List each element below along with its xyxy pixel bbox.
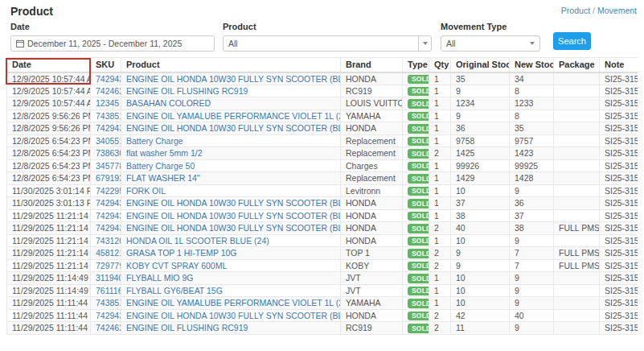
date-range-value: December 11, 2025 - December 11, 2025 <box>27 39 182 48</box>
sku-link[interactable]: 742943 <box>96 123 121 133</box>
table-row: 11/29/2025 11:11:44 PM742943ENGINE OIL H… <box>7 309 638 322</box>
product-link[interactable]: ENGINE OIL HONDA 10W30 FULLY SYN SCOOTER… <box>126 311 341 320</box>
sku-link[interactable]: 761116 <box>96 286 121 295</box>
breadcrumb-link-movement[interactable]: Movement <box>597 6 637 15</box>
cell-type: SOLD <box>403 147 429 160</box>
sku-link[interactable]: 340551 <box>96 136 121 146</box>
product-select[interactable]: All <box>223 35 432 52</box>
product-link[interactable]: ENGINE OIL HONDA 10W30 FULLY SYN SCOOTER… <box>126 123 341 133</box>
cell-sku: 742943 <box>91 197 121 210</box>
sku-link[interactable]: 345778 <box>96 161 121 171</box>
sku-link[interactable]: 458121 <box>96 248 121 258</box>
cell-product: ENGINE OIL YAMALUBE PERFORMANCE VIOLET 1… <box>121 109 341 122</box>
sku-link[interactable]: 12345 <box>96 98 119 108</box>
cell-original-stock: 42 <box>451 309 510 322</box>
cell-brand: HONDA <box>341 197 403 210</box>
chevron-down-icon[interactable] <box>418 36 431 51</box>
cell-original-stock: 11 <box>451 322 510 335</box>
cell-new-stock: 9 <box>510 272 554 285</box>
cell-product: ENGINE OIL HONDA 10W30 FULLY SYN SCOOTER… <box>121 209 341 222</box>
type-badge: SOLD <box>408 174 429 184</box>
type-badge: SOLD <box>408 237 429 246</box>
sku-link[interactable]: 742943 <box>96 198 121 208</box>
cell-note: SI25-31525 <box>600 322 638 335</box>
table-row: 11/30/2025 3:01:14 PM742295FORK OILLevit… <box>7 184 638 197</box>
cell-new-stock: 1423 <box>510 147 554 160</box>
sku-link[interactable]: 738630 <box>96 148 121 158</box>
product-link[interactable]: KOBY CVT SPRAY 600ML <box>126 261 227 270</box>
cell-qty: 2 <box>429 147 451 160</box>
cell-package <box>554 234 600 247</box>
cell-qty: 1 <box>429 272 451 285</box>
column-header-qty: Qty <box>429 58 451 72</box>
product-link[interactable]: ENGINE OIL FLUSHING RC919 <box>126 86 248 96</box>
sku-link[interactable]: 742943 <box>96 223 121 233</box>
sku-link[interactable]: 742462 <box>96 323 121 332</box>
type-badge: SOLD <box>408 212 429 221</box>
product-link[interactable]: FLYBALL MIO 9G <box>126 273 193 283</box>
table-row: 11/29/2025 11:21:14 PM743120HONDA OIL 1L… <box>7 234 638 247</box>
cell-type: SOLD <box>403 259 429 272</box>
movement-type-select[interactable]: All <box>441 35 540 52</box>
cell-product: GRASA TOP 1 HI-TEMP 10G <box>121 247 341 260</box>
sku-link[interactable]: 742943 <box>96 311 121 320</box>
table-row: 12/8/2025 6:54:23 PM679192FLAT WASHER 14… <box>7 172 638 185</box>
sku-link[interactable]: 742295 <box>96 186 121 196</box>
product-link[interactable]: ENGINE OIL HONDA 10W30 FULLY SYN SCOOTER… <box>126 223 341 233</box>
sku-link[interactable]: 743851 <box>96 298 121 308</box>
product-link[interactable]: FLYBALL GY6/BEAT 15G <box>126 286 223 295</box>
product-link[interactable]: ENGINE OIL YAMALUBE PERFORMANCE VIOLET 1… <box>126 111 341 121</box>
product-link[interactable]: ENGINE OIL HONDA 10W30 FULLY SYN SCOOTER… <box>126 198 341 208</box>
cell-product: flat washer 5mm 1/2 <box>121 147 341 160</box>
cell-note: SI25-31528 <box>600 197 638 210</box>
product-link[interactable]: Battery Charge 50 <box>126 161 195 171</box>
sku-link[interactable]: 311940 <box>96 273 121 283</box>
cell-new-stock: 9757 <box>510 134 554 147</box>
cell-date: 11/29/2025 11:21:14 PM <box>7 234 91 247</box>
product-link[interactable]: ENGINE OIL HONDA 10W30 FULLY SYN SCOOTER… <box>126 74 341 84</box>
sku-link[interactable]: 743120 <box>96 236 121 246</box>
product-link[interactable]: Battery Charge <box>126 136 183 146</box>
cell-product: BASAHAN COLORED <box>121 97 341 110</box>
sku-link[interactable]: 729779 <box>96 261 121 270</box>
cell-brand: KOBY <box>341 259 403 272</box>
product-link[interactable]: HONDA OIL 1L SCOOTER BLUE (24) <box>126 236 269 246</box>
product-link[interactable]: flat washer 5mm 1/2 <box>126 148 203 158</box>
type-badge: SOLD <box>408 87 429 97</box>
product-link[interactable]: BASAHAN COLORED <box>126 98 211 108</box>
cell-date: 12/9/2025 10:57:44 AM <box>7 85 91 97</box>
cell-package <box>554 85 600 97</box>
date-range-input[interactable]: December 11, 2025 - December 11, 2025 <box>10 35 215 52</box>
cell-package <box>554 122 600 135</box>
cell-note: SI25-31529 <box>600 172 638 185</box>
product-select-value: All <box>224 39 418 48</box>
cell-new-stock: 37 <box>510 209 554 222</box>
cell-qty: 1 <box>429 122 451 135</box>
cell-brand: HONDA <box>341 222 403 235</box>
product-link[interactable]: GRASA TOP 1 HI-TEMP 10G <box>126 248 237 258</box>
column-header-type: Type <box>403 58 429 72</box>
product-link[interactable]: ENGINE OIL HONDA 10W30 FULLY SYN SCOOTER… <box>126 211 341 221</box>
product-link[interactable]: FLAT WASHER 14" <box>126 173 200 183</box>
cell-package <box>554 322 600 335</box>
movement-type-select-value: All <box>441 39 530 48</box>
cell-type: SOLD <box>403 297 429 310</box>
sku-link[interactable]: 743851 <box>96 111 121 121</box>
table-row: 12/8/2025 6:54:23 PM345778Battery Charge… <box>7 159 638 172</box>
breadcrumb-link-product[interactable]: Product <box>561 6 590 15</box>
sku-link[interactable]: 742462 <box>96 86 121 96</box>
sku-link[interactable]: 679192 <box>96 173 121 183</box>
sku-link[interactable]: 742943 <box>96 74 121 84</box>
cell-type: SOLD <box>403 222 429 235</box>
search-button[interactable]: Search <box>553 32 591 50</box>
product-link[interactable]: ENGINE OIL FLUSHING RC919 <box>126 323 248 332</box>
cell-date: 11/29/2025 11:21:14 PM <box>7 259 91 272</box>
product-link[interactable]: ENGINE OIL YAMALUBE PERFORMANCE VIOLET 1… <box>126 298 341 308</box>
cell-original-stock: 10 <box>451 272 510 285</box>
cell-package <box>554 309 600 322</box>
cell-package <box>554 184 600 197</box>
product-link[interactable]: FORK OIL <box>126 186 166 196</box>
cell-type: SOLD <box>403 159 429 172</box>
sku-link[interactable]: 742943 <box>96 211 121 221</box>
cell-new-stock: 7 <box>510 247 554 260</box>
